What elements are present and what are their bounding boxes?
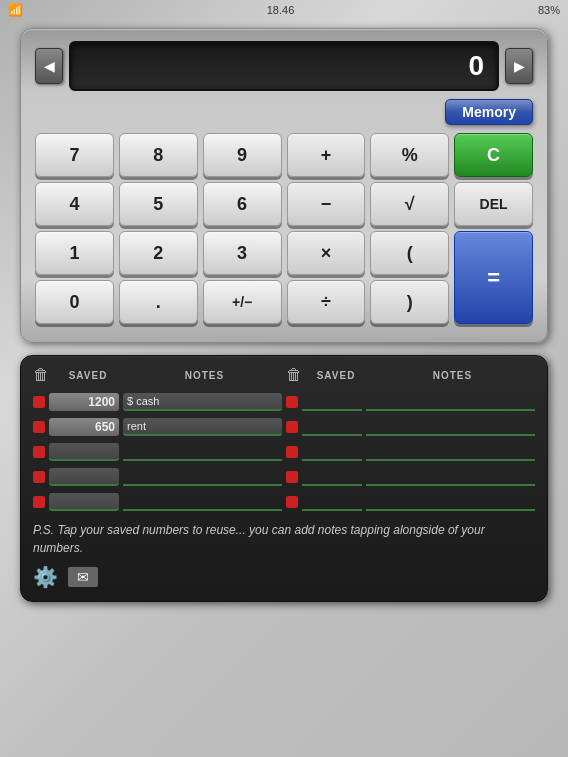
note-l4[interactable]: [123, 468, 282, 486]
note-r5[interactable]: [366, 493, 535, 511]
note-l5[interactable]: [123, 493, 282, 511]
saved-l2[interactable]: 650: [49, 418, 119, 436]
right-row-2: [286, 416, 535, 438]
btn-dot[interactable]: .: [119, 280, 198, 324]
display-number: 0: [468, 50, 485, 82]
notes-label-right: NOTES: [370, 370, 535, 381]
btn-9[interactable]: 9: [203, 133, 282, 177]
notepad-right-col: 🗑 SAVED NOTES: [286, 366, 535, 513]
saved-r4[interactable]: [302, 468, 362, 486]
saved-l3[interactable]: [49, 443, 119, 461]
left-row-1: 1200 $ cash: [33, 391, 282, 413]
note-l1[interactable]: $ cash: [123, 393, 282, 411]
checkbox-r4[interactable]: [286, 471, 298, 483]
saved-l5[interactable]: [49, 493, 119, 511]
checkbox-l2[interactable]: [33, 421, 45, 433]
note-l3[interactable]: [123, 443, 282, 461]
notepad-hint: P.S. Tap your saved numbers to reuse... …: [33, 521, 535, 557]
battery-indicator: 83%: [538, 4, 560, 16]
checkbox-r2[interactable]: [286, 421, 298, 433]
saved-r5[interactable]: [302, 493, 362, 511]
status-bar: 📶 18.46 83%: [0, 0, 568, 20]
btn-6[interactable]: 6: [203, 182, 282, 226]
right-row-5: [286, 491, 535, 513]
checkbox-l5[interactable]: [33, 496, 45, 508]
btn-3[interactable]: 3: [203, 231, 282, 275]
btn-sqrt[interactable]: √: [370, 182, 449, 226]
right-row-1: [286, 391, 535, 413]
memory-button[interactable]: Memory: [445, 99, 533, 125]
saved-r2[interactable]: [302, 418, 362, 436]
display-row: ◀ 0 ▶: [35, 41, 533, 91]
checkbox-r5[interactable]: [286, 496, 298, 508]
saved-l4[interactable]: [49, 468, 119, 486]
notepad-columns: 🗑 SAVED NOTES 1200 $ cash 650 rent: [33, 366, 535, 513]
btn-0[interactable]: 0: [35, 280, 114, 324]
note-r2[interactable]: [366, 418, 535, 436]
note-r1[interactable]: [366, 393, 535, 411]
left-row-2: 650 rent: [33, 416, 282, 438]
calculator-panel: ◀ 0 ▶ Memory 7 8 9 + % C 4 5 6 − √ DEL 1…: [20, 28, 548, 343]
note-r4[interactable]: [366, 468, 535, 486]
saved-r3[interactable]: [302, 443, 362, 461]
left-col-header: 🗑 SAVED NOTES: [33, 366, 282, 384]
saved-label-left: SAVED: [53, 370, 123, 381]
btn-8[interactable]: 8: [119, 133, 198, 177]
btn-7[interactable]: 7: [35, 133, 114, 177]
btn-2[interactable]: 2: [119, 231, 198, 275]
right-arrow-button[interactable]: ▶: [505, 48, 533, 84]
btn-1[interactable]: 1: [35, 231, 114, 275]
checkbox-l3[interactable]: [33, 446, 45, 458]
time-display: 18.46: [267, 4, 295, 16]
saved-label-right: SAVED: [306, 370, 366, 381]
btn-plusminus[interactable]: +/−: [203, 280, 282, 324]
btn-minus[interactable]: −: [287, 182, 366, 226]
calculator-display: 0: [69, 41, 499, 91]
right-row-3: [286, 441, 535, 463]
btn-percent[interactable]: %: [370, 133, 449, 177]
btn-4[interactable]: 4: [35, 182, 114, 226]
btn-plus[interactable]: +: [287, 133, 366, 177]
btn-del[interactable]: DEL: [454, 182, 533, 226]
btn-5[interactable]: 5: [119, 182, 198, 226]
btn-rparen[interactable]: ): [370, 280, 449, 324]
notepad-left-col: 🗑 SAVED NOTES 1200 $ cash 650 rent: [33, 366, 282, 513]
checkbox-r3[interactable]: [286, 446, 298, 458]
left-arrow-button[interactable]: ◀: [35, 48, 63, 84]
note-r3[interactable]: [366, 443, 535, 461]
btn-lparen[interactable]: (: [370, 231, 449, 275]
checkbox-l1[interactable]: [33, 396, 45, 408]
note-l2[interactable]: rent: [123, 418, 282, 436]
left-row-3: [33, 441, 282, 463]
trash-icon-left[interactable]: 🗑: [33, 366, 49, 384]
button-grid: 7 8 9 + % C 4 5 6 − √ DEL 1 2 3 × ( = 0 …: [35, 133, 533, 324]
saved-l1[interactable]: 1200: [49, 393, 119, 411]
trash-icon-right[interactable]: 🗑: [286, 366, 302, 384]
btn-clear[interactable]: C: [454, 133, 533, 177]
memory-row: Memory: [35, 99, 533, 125]
mail-button[interactable]: ✉: [68, 567, 98, 587]
notepad-footer: ⚙️ ✉: [33, 565, 535, 589]
checkbox-l4[interactable]: [33, 471, 45, 483]
settings-icon[interactable]: ⚙️: [33, 565, 58, 589]
wifi-icon: 📶: [8, 3, 23, 17]
btn-equals[interactable]: =: [454, 231, 533, 324]
btn-multiply[interactable]: ×: [287, 231, 366, 275]
left-row-4: [33, 466, 282, 488]
mail-icon: ✉: [77, 569, 89, 585]
left-row-5: [33, 491, 282, 513]
notepad-panel: 🗑 SAVED NOTES 1200 $ cash 650 rent: [20, 355, 548, 602]
checkbox-r1[interactable]: [286, 396, 298, 408]
right-row-4: [286, 466, 535, 488]
btn-divide[interactable]: ÷: [287, 280, 366, 324]
notes-label-left: NOTES: [127, 370, 282, 381]
saved-r1[interactable]: [302, 393, 362, 411]
right-col-header: 🗑 SAVED NOTES: [286, 366, 535, 384]
